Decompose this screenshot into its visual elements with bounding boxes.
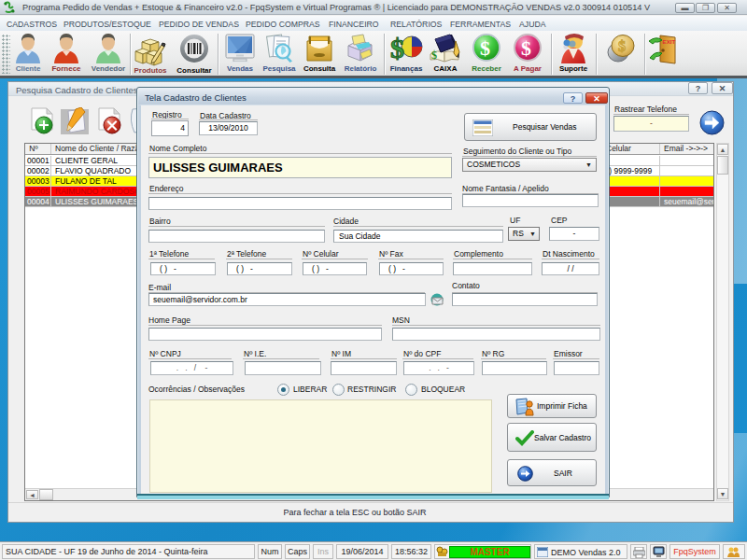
svg-text:$: $ bbox=[618, 38, 626, 54]
svg-text:$: $ bbox=[480, 36, 490, 60]
svg-text:$: $ bbox=[521, 36, 531, 60]
svg-text:$: $ bbox=[431, 49, 437, 62]
svg-text:$: $ bbox=[390, 33, 404, 63]
svg-text:EXIT: EXIT bbox=[663, 38, 676, 45]
